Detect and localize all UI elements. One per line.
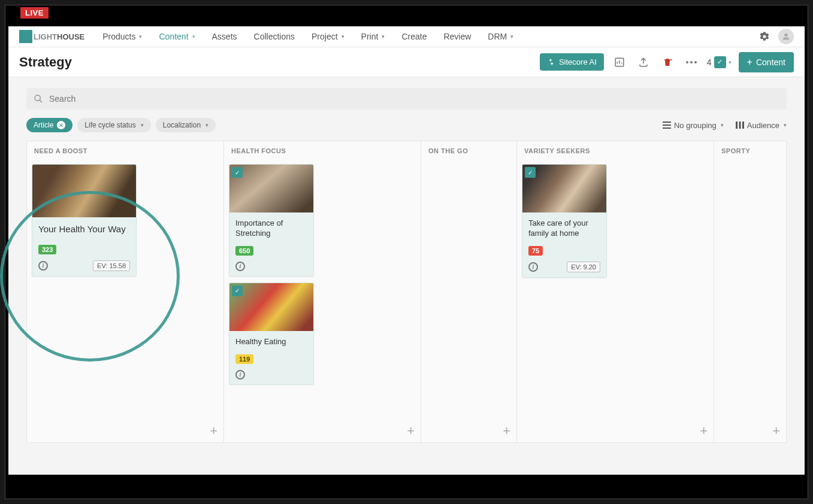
filter-chip-article[interactable]: Article ✕ — [26, 118, 72, 132]
nav-create[interactable]: Create — [401, 32, 427, 41]
add-card-button[interactable]: + — [407, 423, 415, 439]
check-icon[interactable]: ✓ — [232, 167, 243, 178]
svg-point-2 — [686, 61, 688, 63]
upload-icon[interactable] — [635, 54, 652, 71]
grouping-label: No grouping — [674, 121, 717, 130]
info-icon[interactable]: i — [528, 262, 538, 272]
card-thumbnail — [32, 165, 136, 217]
nav-review[interactable]: Review — [443, 32, 471, 41]
logo[interactable]: LIGHT HOUSE — [19, 30, 84, 43]
svg-point-4 — [694, 61, 697, 63]
check-icon[interactable]: ✓ — [232, 286, 243, 296]
card-footer: iEV: 9.20 — [528, 262, 600, 272]
selection-count[interactable]: 4 ✓ ▾ — [707, 56, 732, 68]
ai-icon — [547, 58, 555, 66]
user-avatar[interactable] — [778, 29, 794, 44]
nav-drm[interactable]: DRM — [488, 32, 513, 41]
top-right — [759, 29, 794, 44]
content-card[interactable]: ✓Healthy Eating119i — [229, 283, 314, 385]
score-badge: 119 — [235, 354, 253, 364]
card-body: Importance of Stretching650i — [229, 212, 313, 276]
grouping-select[interactable]: No grouping — [663, 121, 724, 130]
column-header: ON THE GO — [421, 141, 516, 159]
add-card-button[interactable]: + — [503, 423, 510, 439]
nav-assets[interactable]: Assets — [212, 32, 237, 41]
check-icon[interactable]: ✓ — [525, 167, 536, 178]
card-title: Importance of Stretching — [235, 218, 307, 239]
add-card-button[interactable]: + — [772, 423, 780, 439]
score-badge: 75 — [528, 246, 543, 256]
nav-project[interactable]: Project — [312, 32, 344, 41]
delete-icon[interactable] — [659, 54, 676, 71]
add-card-button[interactable]: + — [700, 423, 708, 439]
card-thumbnail: ✓ — [229, 165, 313, 212]
filter-chip-lifecycle[interactable]: Life cycle status — [77, 118, 150, 132]
filter-chip-localization[interactable]: Localization — [156, 118, 216, 132]
card-body: Take care of your family at home75iEV: 9… — [522, 212, 606, 277]
selection-count-value: 4 — [707, 57, 712, 67]
sitecore-ai-label: Sitecore AI — [559, 57, 597, 66]
filter-row: Article ✕ Life cycle status Localization… — [26, 118, 787, 132]
card-body: Your Health Your Way323iEV: 15.58 — [32, 217, 136, 276]
sitecore-ai-button[interactable]: Sitecore AI — [540, 53, 604, 71]
card-title: Healthy Eating — [235, 337, 307, 347]
audience-label: Audience — [747, 121, 779, 130]
filter-chip-article-label: Article — [34, 121, 53, 129]
close-icon[interactable]: ✕ — [57, 121, 65, 129]
info-icon[interactable]: i — [38, 261, 48, 271]
search-input[interactable] — [49, 94, 779, 104]
svg-rect-11 — [742, 122, 744, 129]
view-controls: No grouping Audience — [663, 121, 787, 130]
columns-icon — [736, 122, 744, 129]
svg-rect-6 — [663, 122, 671, 123]
card-footer: i — [235, 370, 307, 379]
column-header: HEALTH FOCUS — [224, 141, 421, 159]
nav-print[interactable]: Print — [361, 32, 385, 41]
logo-mark-icon — [19, 30, 32, 43]
gear-icon[interactable] — [759, 31, 770, 42]
info-icon[interactable]: i — [235, 370, 245, 379]
nav-products[interactable]: Products — [102, 32, 142, 41]
add-content-button[interactable]: + Content — [739, 52, 794, 72]
sub-actions: Sitecore AI 4 ✓ ▾ — [540, 52, 794, 72]
list-icon — [663, 122, 671, 129]
card-title: Take care of your family at home — [528, 218, 600, 239]
score-badge: 650 — [235, 246, 253, 256]
column-health_focus: HEALTH FOCUS✓Importance of Stretching650… — [224, 141, 421, 442]
more-icon[interactable] — [683, 54, 700, 71]
sub-bar: Strategy Sitecore AI — [8, 47, 805, 77]
column-body — [421, 159, 516, 442]
svg-rect-9 — [736, 122, 738, 129]
svg-rect-7 — [663, 125, 671, 126]
page-title: Strategy — [19, 54, 540, 70]
card-footer: i — [235, 262, 307, 271]
content-card[interactable]: ✓Importance of Stretching650i — [229, 164, 314, 277]
search-icon — [34, 94, 43, 104]
column-on_the_go: ON THE GO+ — [421, 141, 517, 442]
add-card-button[interactable]: + — [210, 423, 217, 439]
score-badge: 323 — [38, 245, 56, 254]
card-footer: iEV: 15.58 — [38, 260, 130, 271]
card-body: Healthy Eating119i — [229, 331, 313, 384]
audience-select[interactable]: Audience — [736, 121, 787, 130]
column-body: ✓Take care of your family at home75iEV: … — [517, 159, 714, 442]
card-thumbnail: ✓ — [229, 283, 313, 331]
card-title: Your Health Your Way — [38, 223, 130, 235]
content-card[interactable]: ✓Take care of your family at home75iEV: … — [522, 164, 607, 278]
nav-menu: Products Content Assets Collections Proj… — [102, 32, 759, 41]
nav-collections[interactable]: Collections — [254, 32, 295, 41]
svg-point-3 — [690, 61, 693, 63]
svg-rect-10 — [739, 122, 741, 129]
column-sporty: SPORTY+ — [714, 141, 786, 442]
stats-icon[interactable] — [611, 54, 628, 71]
ev-value: EV: 9.20 — [567, 262, 600, 272]
content-card[interactable]: Your Health Your Way323iEV: 15.58 — [32, 164, 137, 277]
logo-text-2: HOUSE — [57, 32, 84, 41]
column-body: Your Health Your Way323iEV: 15.58 — [27, 159, 223, 442]
column-need_a_boost: NEED A BOOSTYour Health Your Way323iEV: … — [27, 141, 224, 442]
app-window: LIGHT HOUSE Products Content Assets Coll… — [8, 26, 805, 475]
search-bar[interactable] — [26, 88, 787, 110]
info-icon[interactable]: i — [235, 262, 245, 271]
column-body — [714, 159, 786, 442]
nav-content[interactable]: Content — [159, 32, 195, 41]
